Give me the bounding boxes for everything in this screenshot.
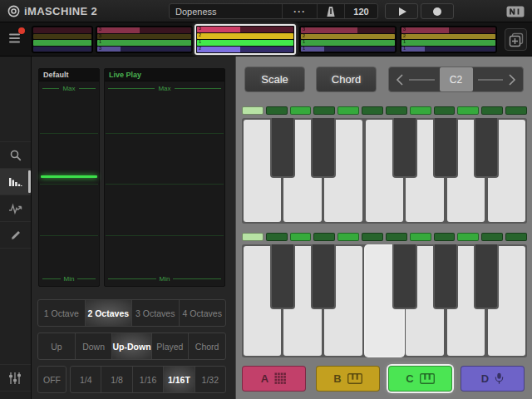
black-key[interactable] — [433, 118, 459, 178]
pattern-row-yellow: 2 — [401, 34, 495, 40]
black-key[interactable] — [433, 244, 459, 309]
level-value-bar[interactable] — [41, 175, 97, 178]
arp-rate-1-4[interactable]: 1/4 — [71, 367, 101, 392]
imaschine-app: iMASCHINE 2 Dopeness ··· 120 — [0, 0, 532, 399]
group-button-b[interactable]: B — [316, 366, 380, 392]
main-body: Default Max Min Live Play Max — [0, 57, 532, 399]
arp-mode-up[interactable]: Up — [38, 333, 75, 359]
octave-option-1-octave[interactable]: 1 Octave — [38, 300, 85, 326]
chord-button[interactable]: Chord — [316, 66, 377, 92]
piano-keys-icon — [347, 373, 362, 384]
arp-mode-down[interactable]: Down — [75, 333, 112, 359]
pattern-row-purple: 1 — [301, 47, 395, 52]
pattern-number: 1 — [199, 40, 201, 44]
project-menu-button[interactable]: ··· — [282, 4, 317, 18]
bpm-display[interactable]: 120 — [344, 4, 377, 18]
arp-mode-control: UpDownUp-DownPlayedChord — [37, 332, 226, 360]
meter-panel-live-play[interactable]: Live Play Max Min — [104, 68, 225, 287]
metronome-icon — [326, 6, 336, 17]
group-button-c[interactable]: C — [388, 366, 452, 392]
timeline-scene-5[interactable]: 3211 — [400, 26, 497, 53]
piano-keys-icon — [420, 373, 435, 384]
black-key[interactable] — [392, 118, 418, 178]
pattern-row-purple: 1 — [401, 47, 495, 52]
bpm-value: 120 — [353, 7, 368, 17]
arp-rate-1-32[interactable]: 1/32 — [195, 367, 225, 392]
pattern-lit-segment — [301, 40, 395, 46]
black-key[interactable] — [311, 244, 337, 309]
black-key[interactable] — [474, 118, 500, 178]
arp-rate-1-16[interactable]: 1/16 — [132, 367, 163, 392]
max-label: Max — [108, 85, 221, 92]
mixer-icon — [8, 372, 23, 385]
pattern-row-green: 1 — [301, 40, 395, 46]
pattern-number: 1 — [403, 40, 406, 44]
black-key[interactable] — [270, 118, 296, 178]
min-label: Min — [108, 275, 221, 283]
octave-option-2-octaves[interactable]: 2 Octaves — [85, 300, 132, 326]
pattern-lit-segment — [97, 40, 191, 46]
arp-rate-1-16t[interactable]: 1/16T — [163, 367, 194, 392]
sidebar-item-edit[interactable] — [0, 221, 31, 248]
black-key[interactable] — [311, 118, 337, 178]
scale-indicator-9-out — [434, 106, 456, 115]
black-key[interactable] — [474, 244, 500, 309]
meter-panel-default[interactable]: Default Max Min — [38, 68, 100, 287]
group-button-a[interactable]: A — [242, 366, 306, 392]
scale-indicator-2-out — [266, 106, 288, 115]
add-scene-button[interactable] — [505, 28, 527, 51]
rate-off-button[interactable]: OFF — [37, 366, 66, 393]
arp-mode-up-down[interactable]: Up-Down — [111, 333, 150, 359]
scale-indicator-3-in — [290, 106, 312, 115]
chevron-left-icon — [396, 74, 404, 86]
timeline-scene-4[interactable]: 3211 — [299, 26, 397, 53]
black-key[interactable] — [270, 244, 296, 309]
octave-down-button[interactable] — [396, 74, 404, 86]
project-name: Dopeness — [175, 7, 217, 17]
scale-indicator-4-out — [313, 106, 335, 115]
scale-indicator-1-root — [242, 106, 264, 115]
pattern-row-red: 3 — [197, 27, 293, 32]
keyboard-lower — [242, 233, 527, 357]
pattern-number: 3 — [99, 34, 101, 38]
metronome-button[interactable] — [317, 4, 344, 18]
play-button[interactable] — [385, 3, 418, 19]
meter-area[interactable]: Max Min — [105, 81, 224, 286]
arp-rate-1-8[interactable]: 1/8 — [101, 367, 131, 392]
scale-indicator-6-out — [362, 233, 383, 241]
timeline-scene-1[interactable] — [32, 26, 93, 53]
arp-mode-played[interactable]: Played — [151, 333, 189, 359]
sidebar-item-keyboard[interactable] — [0, 168, 31, 195]
pattern-row-green: 1 — [197, 40, 293, 46]
meter-area[interactable]: Max Min — [39, 81, 99, 286]
sidebar-item-sampler[interactable] — [0, 195, 31, 221]
pattern-number: 2 — [403, 34, 406, 38]
sidebar-item-browse[interactable] — [0, 141, 31, 168]
gridline — [106, 133, 224, 134]
scene-menu-button[interactable] — [5, 30, 27, 50]
scale-indicators — [242, 106, 527, 115]
microphone-icon — [495, 372, 504, 385]
timeline-scene-3[interactable]: 3212 — [195, 24, 296, 55]
scale-indicator-7-out — [386, 233, 407, 241]
pattern-row-yellow: 2 — [197, 33, 293, 39]
sidebar-item-mixer[interactable] — [0, 364, 31, 392]
scale-button[interactable]: Scale — [244, 66, 305, 92]
octave-option-3-octaves[interactable]: 3 Octaves — [131, 300, 179, 326]
octave-up-button[interactable] — [508, 74, 516, 86]
group-button-d[interactable]: D — [461, 366, 525, 392]
timeline-scene-2[interactable]: 3313 — [96, 26, 193, 53]
record-button[interactable] — [421, 3, 454, 19]
pattern-number: 2 — [303, 34, 305, 38]
pattern-lit-segment — [197, 40, 293, 46]
scale-indicator-7-out — [386, 106, 407, 115]
project-name-field[interactable]: Dopeness — [170, 4, 282, 18]
pattern-row-red: 3 — [301, 27, 395, 33]
arp-mode-chord[interactable]: Chord — [188, 333, 225, 359]
black-key[interactable] — [392, 244, 418, 309]
octave-option-4-octaves[interactable]: 4 Octaves — [179, 300, 226, 326]
gridline — [40, 133, 98, 134]
octave-value[interactable]: C2 — [440, 67, 473, 91]
pattern-row-green: 1 — [97, 40, 191, 46]
scale-indicator-4-out — [313, 233, 335, 241]
